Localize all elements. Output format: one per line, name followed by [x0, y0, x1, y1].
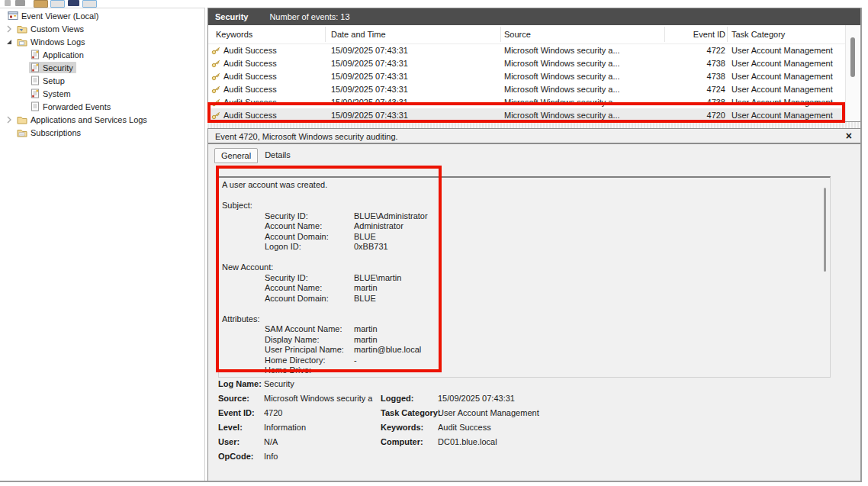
- log-file-icon: [31, 101, 40, 111]
- field-label: Home Directory:: [265, 356, 354, 366]
- column-separator[interactable]: [325, 27, 326, 42]
- metadata-label: Event ID:: [218, 408, 264, 417]
- description-intro: A user account was created.: [219, 180, 830, 191]
- event-task-category: User Account Management: [725, 59, 846, 68]
- column-separator[interactable]: [727, 27, 728, 42]
- key-icon: [211, 85, 220, 94]
- field-label: User Principal Name:: [265, 345, 354, 356]
- field-value: martin@blue.local: [354, 345, 421, 356]
- event-id: 4724: [666, 85, 725, 94]
- toolbar-icon-fragment[interactable]: [15, 0, 25, 6]
- column-header-date-and-time[interactable]: Date and Time: [331, 30, 504, 39]
- event-row[interactable]: Audit Success 15/09/2025 07:43:31 Micros…: [208, 56, 846, 69]
- panel-splitter-vertical[interactable]: [204, 8, 205, 481]
- field-value: 0xBB731: [354, 242, 388, 253]
- field-value: BLUE\martin: [354, 273, 401, 284]
- event-source: Microsoft Windows security a...: [504, 98, 666, 107]
- sidebar-item-windows-logs[interactable]: Windows Logs: [0, 35, 204, 48]
- tab-general[interactable]: General: [214, 148, 258, 163]
- field-label: Account Domain:: [265, 294, 354, 304]
- sidebar-item-setup[interactable]: Setup: [0, 74, 204, 87]
- log-file-icon: [31, 50, 40, 60]
- event-id: 4722: [666, 46, 725, 55]
- metadata-value: Info: [264, 452, 381, 461]
- events-scrollbar-thumb[interactable]: [850, 37, 855, 77]
- field-value: martin: [354, 335, 378, 346]
- event-row[interactable]: Audit Success 15/09/2025 07:43:31 Micros…: [208, 82, 846, 95]
- event-source: Microsoft Windows security a...: [504, 72, 666, 81]
- metadata-value: DC01.blue.local: [438, 437, 844, 446]
- toolbar-icon-fragment[interactable]: [82, 0, 97, 8]
- key-icon: [211, 98, 220, 107]
- metadata-value: N/A: [264, 437, 381, 446]
- chevron-right-icon[interactable]: [3, 114, 15, 125]
- subscriptions-icon: [17, 128, 27, 137]
- toolbar-separator: [0, 8, 204, 8]
- tab-details[interactable]: Details: [259, 148, 297, 163]
- sidebar-item-applications-and-services-logs[interactable]: Applications and Services Logs: [0, 113, 204, 126]
- event-source: Microsoft Windows security a...: [504, 46, 666, 55]
- preview-divider: [208, 143, 861, 144]
- events-title-bar: Security Number of events: 13: [208, 8, 861, 25]
- chevron-down-icon[interactable]: [3, 37, 15, 47]
- field-value: martin: [354, 283, 378, 294]
- chevron-right-icon[interactable]: [3, 24, 15, 34]
- events-column-header-row: Keywords Date and Time Source Event ID T…: [208, 25, 846, 44]
- log-file-icon: [31, 76, 40, 85]
- column-header-task-category[interactable]: Task Category: [725, 30, 846, 39]
- sidebar-item-application[interactable]: Application: [0, 48, 204, 61]
- description-section-title: Attributes:: [219, 314, 830, 325]
- events-scrollbar[interactable]: [845, 25, 860, 121]
- metadata-value: Security: [264, 379, 381, 388]
- event-keywords: Audit Success: [223, 46, 277, 55]
- event-row[interactable]: Audit Success 15/09/2025 07:43:31 Micros…: [208, 95, 846, 108]
- field-label: Account Name:: [265, 283, 354, 294]
- event-id: 4738: [666, 59, 725, 68]
- event-row[interactable]: Audit Success 15/09/2025 07:43:31 Micros…: [208, 69, 846, 82]
- field-value: BLUE: [354, 294, 376, 304]
- column-header-event-id[interactable]: Event ID: [666, 30, 725, 39]
- sidebar-item-custom-views[interactable]: Custom Views: [0, 22, 204, 35]
- sidebar-item-subscriptions[interactable]: Subscriptions: [0, 126, 204, 139]
- toolbar-icon-fragment[interactable]: [50, 0, 65, 8]
- field-value: -: [354, 356, 357, 366]
- field-label: Logon ID:: [265, 242, 354, 253]
- sidebar-item-label: Forwarded Events: [43, 102, 111, 111]
- event-row[interactable]: Audit Success 15/09/2025 07:43:31 Micros…: [208, 43, 846, 56]
- metadata-label: OpCode:: [218, 452, 264, 461]
- event-row-selected[interactable]: Audit Success 15/09/2025 07:43:31 Micros…: [208, 108, 846, 121]
- toolbar-icon-fragment[interactable]: [68, 0, 79, 6]
- metadata-label: User:: [218, 437, 264, 446]
- toolbar-icon-fragment[interactable]: [5, 0, 11, 6]
- toolbar-icon-fragment[interactable]: [34, 0, 48, 8]
- metadata-value: 15/09/2025 07:43:31: [438, 394, 844, 403]
- sidebar-item-forwarded-events[interactable]: Forwarded Events: [0, 100, 204, 113]
- panel-splitter-horizontal[interactable]: [207, 122, 862, 128]
- sidebar-item-event-viewer-local[interactable]: Event Viewer (Local): [0, 9, 204, 22]
- event-id: 4738: [666, 98, 725, 107]
- description-scrollbar-thumb[interactable]: [824, 188, 826, 272]
- column-separator[interactable]: [664, 27, 665, 42]
- log-name-title: Security: [215, 12, 248, 21]
- folder-icon: [17, 115, 27, 124]
- key-icon: [211, 59, 220, 68]
- column-separator[interactable]: [500, 27, 501, 42]
- key-icon: [211, 111, 220, 120]
- folder-icon: [17, 37, 27, 47]
- field-label: Account Name:: [265, 221, 354, 232]
- preview-tabs: General Details: [214, 148, 297, 163]
- window-right-border: [860, 8, 862, 482]
- metadata-value: Audit Success: [438, 423, 844, 432]
- sidebar-item-label: Event Viewer (Local): [21, 11, 98, 21]
- close-icon[interactable]: ×: [846, 130, 852, 141]
- sidebar-item-security[interactable]: Security: [0, 61, 204, 74]
- sidebar-item-label: Security: [43, 63, 73, 72]
- sidebar-item-label: System: [43, 89, 71, 98]
- column-header-source[interactable]: Source: [504, 30, 666, 39]
- log-file-icon: [31, 89, 40, 98]
- event-task-category: User Account Management: [725, 72, 846, 81]
- event-viewer-window: Event Viewer (Local) Custom Views Window…: [0, 0, 868, 486]
- sidebar-item-label: Application: [43, 50, 84, 60]
- column-header-keywords[interactable]: Keywords: [208, 30, 331, 39]
- sidebar-item-system[interactable]: System: [0, 87, 204, 100]
